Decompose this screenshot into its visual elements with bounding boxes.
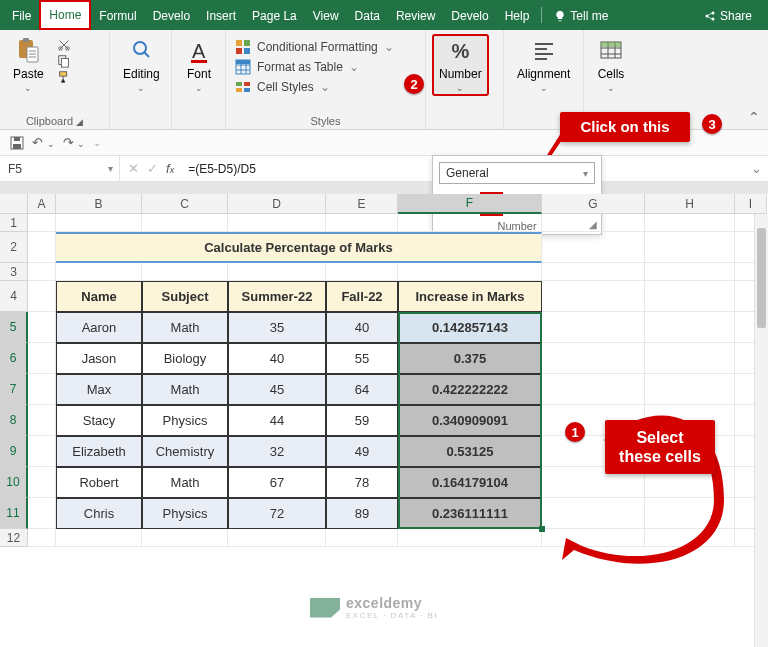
tab-developer[interactable]: Develo	[145, 0, 198, 30]
vertical-scrollbar[interactable]	[754, 214, 768, 647]
col-C[interactable]: C	[142, 194, 228, 214]
cell[interactable]: Physics	[142, 405, 228, 436]
tab-developer2[interactable]: Develo	[443, 0, 496, 30]
row-7[interactable]: 7	[0, 374, 28, 405]
fx-icon[interactable]: fx	[166, 161, 174, 176]
cell[interactable]: 67	[228, 467, 326, 498]
tab-view[interactable]: View	[305, 0, 347, 30]
cell[interactable]: 49	[326, 436, 398, 467]
cell[interactable]: Chemistry	[142, 436, 228, 467]
col-D[interactable]: D	[228, 194, 326, 214]
tab-data[interactable]: Data	[347, 0, 388, 30]
collapse-ribbon-icon[interactable]: ⌃	[748, 109, 760, 125]
share-button[interactable]: Share	[698, 7, 758, 23]
format-painter-icon[interactable]	[57, 70, 71, 84]
cell-styles-button[interactable]: Cell Styles ⌄	[232, 78, 397, 96]
cut-icon[interactable]	[57, 38, 71, 52]
col-I[interactable]: I	[735, 194, 767, 214]
cell[interactable]: 59	[326, 405, 398, 436]
cell-selected[interactable]: 0.142857143	[398, 312, 542, 343]
row-2[interactable]: 2	[0, 232, 28, 263]
cell[interactable]: Physics	[142, 498, 228, 529]
cell[interactable]: 45	[228, 374, 326, 405]
svg-rect-27	[14, 137, 20, 141]
editing-button[interactable]: Editing ⌄	[116, 34, 167, 96]
cell-selected[interactable]: 0.164179104	[398, 467, 542, 498]
row-9[interactable]: 9	[0, 436, 28, 467]
tab-review[interactable]: Review	[388, 0, 443, 30]
redo-icon[interactable]: ↷ ⌄	[63, 135, 86, 150]
col-B[interactable]: B	[56, 194, 142, 214]
tab-home[interactable]: Home	[39, 0, 91, 30]
format-as-table-button[interactable]: Format as Table ⌄	[232, 58, 397, 76]
cells-button[interactable]: Cells ⌄	[590, 34, 632, 96]
font-button[interactable]: A Font ⌄	[178, 34, 220, 96]
number-group-button[interactable]: % Number ⌄	[432, 34, 489, 96]
cell[interactable]: 35	[228, 312, 326, 343]
cell[interactable]: Math	[142, 467, 228, 498]
row-5[interactable]: 5	[0, 312, 28, 343]
qat-customize-icon[interactable]: ⌄	[93, 137, 101, 148]
cell[interactable]: 32	[228, 436, 326, 467]
cell[interactable]: 55	[326, 343, 398, 374]
svg-rect-23	[244, 88, 250, 92]
tab-pagelayout[interactable]: Page La	[244, 0, 305, 30]
cell[interactable]: 72	[228, 498, 326, 529]
scrollbar-thumb[interactable]	[757, 228, 766, 328]
row-8[interactable]: 8	[0, 405, 28, 436]
alignment-button[interactable]: Alignment ⌄	[510, 34, 577, 96]
enter-formula-icon[interactable]: ✓	[147, 161, 158, 176]
cell[interactable]: 89	[326, 498, 398, 529]
row-10[interactable]: 10	[0, 467, 28, 498]
cell[interactable]: 78	[326, 467, 398, 498]
fill-handle[interactable]	[539, 526, 545, 532]
cell[interactable]: Jason	[56, 343, 142, 374]
name-box[interactable]: F5 ▾	[0, 156, 120, 181]
cancel-formula-icon[interactable]: ✕	[128, 161, 139, 176]
cell[interactable]: Biology	[142, 343, 228, 374]
tab-help[interactable]: Help	[497, 0, 538, 30]
col-E[interactable]: E	[326, 194, 398, 214]
select-all-cell[interactable]	[0, 194, 28, 214]
row-11[interactable]: 11	[0, 498, 28, 529]
expand-formula-icon[interactable]: ⌄	[745, 161, 768, 176]
cell[interactable]: Robert	[56, 467, 142, 498]
cell[interactable]: 44	[228, 405, 326, 436]
cell-selected[interactable]: 0.53125	[398, 436, 542, 467]
tab-formulas[interactable]: Formul	[91, 0, 144, 30]
watermark-logo-icon	[310, 598, 340, 618]
col-H[interactable]: H	[645, 194, 735, 214]
tab-insert[interactable]: Insert	[198, 0, 244, 30]
cell[interactable]: Math	[142, 374, 228, 405]
number-format-select[interactable]: General ▾	[439, 162, 595, 184]
cell[interactable]: Elizabeth	[56, 436, 142, 467]
cell-selected[interactable]: 0.340909091	[398, 405, 542, 436]
row-12[interactable]: 12	[0, 529, 28, 547]
cell[interactable]: Aaron	[56, 312, 142, 343]
row-3[interactable]: 3	[0, 263, 28, 281]
cell[interactable]: Stacy	[56, 405, 142, 436]
row-6[interactable]: 6	[0, 343, 28, 374]
cell-selected[interactable]: 0.375	[398, 343, 542, 374]
col-A[interactable]: A	[28, 194, 56, 214]
cell[interactable]: 64	[326, 374, 398, 405]
cell[interactable]: 40	[228, 343, 326, 374]
cell-selected[interactable]: 0.236111111	[398, 498, 542, 529]
tellme[interactable]: Tell me	[546, 0, 616, 30]
copy-icon[interactable]	[57, 54, 71, 68]
col-F[interactable]: F	[398, 194, 542, 214]
row-1[interactable]: 1	[0, 214, 28, 232]
clipboard-group-label: Clipboard ◢	[6, 113, 103, 127]
paste-button[interactable]: Paste ⌄	[6, 34, 51, 96]
cell[interactable]: Math	[142, 312, 228, 343]
cell[interactable]: Max	[56, 374, 142, 405]
cell-selected[interactable]: 0.422222222	[398, 374, 542, 405]
row-4[interactable]: 4	[0, 281, 28, 312]
conditional-formatting-button[interactable]: Conditional Formatting ⌄	[232, 38, 397, 56]
save-icon[interactable]	[10, 136, 24, 150]
undo-icon[interactable]: ↶ ⌄	[32, 135, 55, 150]
cell[interactable]: 40	[326, 312, 398, 343]
col-G[interactable]: G	[542, 194, 645, 214]
cell[interactable]: Chris	[56, 498, 142, 529]
tab-file[interactable]: File	[4, 0, 39, 30]
